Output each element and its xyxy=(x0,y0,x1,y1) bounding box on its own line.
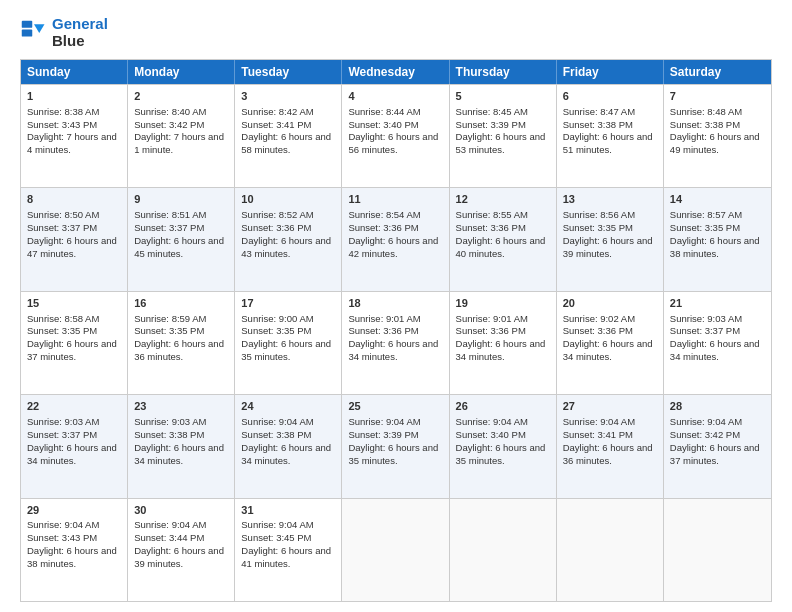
sunrise: Sunrise: 8:57 AM xyxy=(670,209,742,220)
cal-week-row: 1Sunrise: 8:38 AMSunset: 3:43 PMDaylight… xyxy=(21,84,771,187)
daylight: Daylight: 6 hours and 37 minutes. xyxy=(670,442,760,466)
sunset: Sunset: 3:36 PM xyxy=(456,222,526,233)
sunset: Sunset: 3:37 PM xyxy=(27,222,97,233)
sunset: Sunset: 3:36 PM xyxy=(348,325,418,336)
daylight: Daylight: 6 hours and 41 minutes. xyxy=(241,545,331,569)
sunset: Sunset: 3:37 PM xyxy=(134,222,204,233)
svg-rect-1 xyxy=(22,29,33,36)
cal-cell: 30Sunrise: 9:04 AMSunset: 3:44 PMDayligh… xyxy=(128,499,235,601)
cal-cell: 25Sunrise: 9:04 AMSunset: 3:39 PMDayligh… xyxy=(342,395,449,497)
day-number: 5 xyxy=(456,89,550,104)
cal-cell: 21Sunrise: 9:03 AMSunset: 3:37 PMDayligh… xyxy=(664,292,771,394)
cal-cell: 7Sunrise: 8:48 AMSunset: 3:38 PMDaylight… xyxy=(664,85,771,187)
cal-header-cell-thursday: Thursday xyxy=(450,60,557,84)
sunrise: Sunrise: 9:04 AM xyxy=(670,416,742,427)
cal-week-row: 29Sunrise: 9:04 AMSunset: 3:43 PMDayligh… xyxy=(21,498,771,601)
sunset: Sunset: 3:38 PM xyxy=(134,429,204,440)
cal-cell: 15Sunrise: 8:58 AMSunset: 3:35 PMDayligh… xyxy=(21,292,128,394)
cal-header-cell-tuesday: Tuesday xyxy=(235,60,342,84)
svg-marker-2 xyxy=(34,24,45,33)
day-number: 23 xyxy=(134,399,228,414)
daylight: Daylight: 6 hours and 56 minutes. xyxy=(348,131,438,155)
sunrise: Sunrise: 8:52 AM xyxy=(241,209,313,220)
day-number: 3 xyxy=(241,89,335,104)
svg-rect-0 xyxy=(22,20,33,27)
daylight: Daylight: 6 hours and 42 minutes. xyxy=(348,235,438,259)
cal-cell: 20Sunrise: 9:02 AMSunset: 3:36 PMDayligh… xyxy=(557,292,664,394)
daylight: Daylight: 6 hours and 35 minutes. xyxy=(456,442,546,466)
calendar-body: 1Sunrise: 8:38 AMSunset: 3:43 PMDaylight… xyxy=(21,84,771,601)
day-number: 18 xyxy=(348,296,442,311)
sunrise: Sunrise: 9:01 AM xyxy=(456,313,528,324)
day-number: 19 xyxy=(456,296,550,311)
day-number: 16 xyxy=(134,296,228,311)
day-number: 4 xyxy=(348,89,442,104)
daylight: Daylight: 6 hours and 39 minutes. xyxy=(563,235,653,259)
sunset: Sunset: 3:36 PM xyxy=(456,325,526,336)
cal-header-cell-wednesday: Wednesday xyxy=(342,60,449,84)
logo-icon xyxy=(20,19,48,47)
cal-cell: 4Sunrise: 8:44 AMSunset: 3:40 PMDaylight… xyxy=(342,85,449,187)
cal-cell: 10Sunrise: 8:52 AMSunset: 3:36 PMDayligh… xyxy=(235,188,342,290)
day-number: 30 xyxy=(134,503,228,518)
cal-cell xyxy=(664,499,771,601)
daylight: Daylight: 6 hours and 51 minutes. xyxy=(563,131,653,155)
cal-cell: 14Sunrise: 8:57 AMSunset: 3:35 PMDayligh… xyxy=(664,188,771,290)
sunrise: Sunrise: 8:47 AM xyxy=(563,106,635,117)
daylight: Daylight: 6 hours and 36 minutes. xyxy=(134,338,224,362)
sunset: Sunset: 3:43 PM xyxy=(27,119,97,130)
daylight: Daylight: 6 hours and 34 minutes. xyxy=(134,442,224,466)
sunset: Sunset: 3:38 PM xyxy=(241,429,311,440)
cal-cell: 17Sunrise: 9:00 AMSunset: 3:35 PMDayligh… xyxy=(235,292,342,394)
daylight: Daylight: 6 hours and 37 minutes. xyxy=(27,338,117,362)
cal-week-row: 8Sunrise: 8:50 AMSunset: 3:37 PMDaylight… xyxy=(21,187,771,290)
sunset: Sunset: 3:41 PM xyxy=(563,429,633,440)
day-number: 31 xyxy=(241,503,335,518)
day-number: 11 xyxy=(348,192,442,207)
sunrise: Sunrise: 9:03 AM xyxy=(27,416,99,427)
sunset: Sunset: 3:35 PM xyxy=(670,222,740,233)
cal-cell: 26Sunrise: 9:04 AMSunset: 3:40 PMDayligh… xyxy=(450,395,557,497)
day-number: 10 xyxy=(241,192,335,207)
day-number: 27 xyxy=(563,399,657,414)
sunrise: Sunrise: 9:04 AM xyxy=(241,519,313,530)
logo-line2: Blue xyxy=(52,33,108,50)
cal-cell: 6Sunrise: 8:47 AMSunset: 3:38 PMDaylight… xyxy=(557,85,664,187)
sunrise: Sunrise: 8:45 AM xyxy=(456,106,528,117)
sunrise: Sunrise: 9:04 AM xyxy=(241,416,313,427)
day-number: 12 xyxy=(456,192,550,207)
sunrise: Sunrise: 8:59 AM xyxy=(134,313,206,324)
daylight: Daylight: 6 hours and 49 minutes. xyxy=(670,131,760,155)
cal-cell: 2Sunrise: 8:40 AMSunset: 3:42 PMDaylight… xyxy=(128,85,235,187)
daylight: Daylight: 6 hours and 38 minutes. xyxy=(27,545,117,569)
daylight: Daylight: 6 hours and 35 minutes. xyxy=(348,442,438,466)
cal-cell: 23Sunrise: 9:03 AMSunset: 3:38 PMDayligh… xyxy=(128,395,235,497)
sunset: Sunset: 3:36 PM xyxy=(241,222,311,233)
sunset: Sunset: 3:43 PM xyxy=(27,532,97,543)
daylight: Daylight: 6 hours and 58 minutes. xyxy=(241,131,331,155)
calendar-header-row: SundayMondayTuesdayWednesdayThursdayFrid… xyxy=(21,60,771,84)
daylight: Daylight: 6 hours and 40 minutes. xyxy=(456,235,546,259)
sunrise: Sunrise: 9:03 AM xyxy=(134,416,206,427)
page-header: General Blue xyxy=(20,16,772,49)
cal-week-row: 15Sunrise: 8:58 AMSunset: 3:35 PMDayligh… xyxy=(21,291,771,394)
day-number: 24 xyxy=(241,399,335,414)
sunrise: Sunrise: 8:54 AM xyxy=(348,209,420,220)
daylight: Daylight: 6 hours and 39 minutes. xyxy=(134,545,224,569)
cal-cell: 24Sunrise: 9:04 AMSunset: 3:38 PMDayligh… xyxy=(235,395,342,497)
cal-cell: 31Sunrise: 9:04 AMSunset: 3:45 PMDayligh… xyxy=(235,499,342,601)
day-number: 6 xyxy=(563,89,657,104)
sunset: Sunset: 3:45 PM xyxy=(241,532,311,543)
cal-header-cell-friday: Friday xyxy=(557,60,664,84)
sunset: Sunset: 3:35 PM xyxy=(134,325,204,336)
cal-cell xyxy=(557,499,664,601)
sunrise: Sunrise: 9:01 AM xyxy=(348,313,420,324)
daylight: Daylight: 6 hours and 47 minutes. xyxy=(27,235,117,259)
day-number: 17 xyxy=(241,296,335,311)
cal-cell: 9Sunrise: 8:51 AMSunset: 3:37 PMDaylight… xyxy=(128,188,235,290)
cal-cell: 11Sunrise: 8:54 AMSunset: 3:36 PMDayligh… xyxy=(342,188,449,290)
day-number: 20 xyxy=(563,296,657,311)
cal-cell: 16Sunrise: 8:59 AMSunset: 3:35 PMDayligh… xyxy=(128,292,235,394)
sunrise: Sunrise: 9:02 AM xyxy=(563,313,635,324)
day-number: 2 xyxy=(134,89,228,104)
